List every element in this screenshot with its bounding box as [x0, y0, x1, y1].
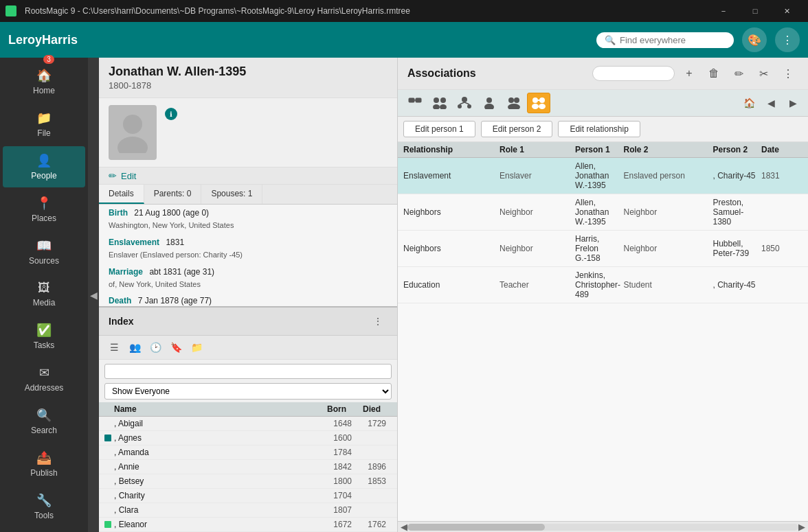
index-bookmark-icon[interactable]: 🔖: [166, 338, 186, 356]
edit-bar: ✏ Edit: [99, 167, 397, 185]
person-header: Jonathan W. Allen-1395 1800-1878: [99, 58, 397, 98]
index-search-input[interactable]: [104, 364, 392, 379]
svg-point-11: [467, 104, 471, 108]
index-row[interactable]: , Betsey 1800 1853: [99, 474, 397, 489]
index-group-icon[interactable]: 👥: [125, 338, 144, 356]
assoc-add-button[interactable]: +: [679, 63, 699, 84]
index-filter: Show Everyone: [104, 383, 392, 400]
assoc-nav: 🏠 ◀ ▶: [739, 93, 803, 113]
svg-point-17: [514, 97, 519, 103]
tab-parents[interactable]: Parents: 0: [144, 185, 202, 204]
theme-button[interactable]: 🎨: [742, 27, 767, 52]
assoc-row[interactable]: Enslavement Enslaver Allen, Jonathan W.-…: [398, 158, 808, 194]
content-area: Jonathan W. Allen-1395 1800-1878: [99, 58, 808, 532]
edit-person2-button[interactable]: Edit person 2: [481, 121, 553, 137]
scroll-right-arrow[interactable]: ▶: [798, 522, 805, 532]
index-row[interactable]: , Annie 1842 1896: [99, 460, 397, 474]
index-history-icon[interactable]: 🕑: [146, 338, 165, 356]
svg-point-18: [508, 104, 520, 109]
nav-home-button[interactable]: 🏠: [739, 93, 759, 113]
assoc-relationship: Enslavement: [403, 171, 500, 181]
person-born-cell: 1672: [323, 520, 357, 529]
assoc-more-button[interactable]: ⋮: [778, 63, 798, 84]
assoc-search-input[interactable]: [592, 66, 675, 81]
sidebar-item-search[interactable]: 🔍 Search: [3, 401, 85, 442]
svg-point-23: [539, 104, 546, 109]
assoc-edit-button[interactable]: ✏: [728, 63, 749, 84]
index-toolbar: ☰ 👥 🕑 🔖 📁: [99, 336, 397, 360]
type-parents-button[interactable]: [453, 93, 476, 113]
sidebar-label-sources: Sources: [29, 256, 59, 266]
assoc-row[interactable]: Education Teacher Jenkins, Christopher-4…: [398, 267, 808, 303]
assoc-tools-button[interactable]: ✂: [753, 63, 774, 84]
tab-spouses[interactable]: Spouses: 1: [201, 185, 262, 204]
svg-point-9: [462, 97, 467, 102]
info-badge[interactable]: ℹ: [165, 108, 177, 120]
type-family-button[interactable]: [428, 93, 451, 113]
index-row[interactable]: , Abigail 1648 1729: [99, 417, 397, 431]
index-list-icon[interactable]: ☰: [104, 338, 124, 356]
person-name-cell: , Amanda: [114, 448, 323, 457]
index-folder-icon[interactable]: 📁: [187, 338, 206, 356]
avatar-icon: [115, 112, 150, 153]
assoc-row[interactable]: Neighbors Neighbor Harris, Frelon G.-158…: [398, 231, 808, 267]
person-name-cell: , Agnes: [114, 433, 323, 443]
person-avatar: [109, 105, 157, 160]
row-indicator: [104, 478, 111, 485]
header: LeroyHarris 🔍 🎨 ⋮: [0, 22, 808, 58]
index-tools: ⋮: [368, 312, 388, 331]
type-couple-button[interactable]: [502, 93, 526, 113]
person-born-cell: 1648: [323, 419, 357, 428]
sidebar-item-addresses[interactable]: ✉ Addresses: [3, 358, 85, 400]
sidebar-item-settings[interactable]: ⚙ Settings: [3, 529, 85, 532]
assoc-bottom-scrollbar[interactable]: ◀ ▶: [398, 521, 808, 532]
edit-person1-button[interactable]: Edit person 1: [403, 121, 475, 137]
sidebar-item-people[interactable]: 👤 People: [3, 146, 85, 187]
maximize-button[interactable]: □: [739, 0, 771, 22]
main-layout: 🏠 Home 3 📁 File 👤 People 📍 Places 📖 Sour…: [0, 58, 808, 532]
sidebar-item-publish[interactable]: 📤 Publish: [3, 443, 85, 485]
person-panel: Jonathan W. Allen-1395 1800-1878: [99, 58, 398, 532]
nav-prev-button[interactable]: ◀: [761, 93, 781, 113]
index-row[interactable]: , Charity 1704: [99, 489, 397, 503]
search-input[interactable]: [620, 35, 723, 45]
minimize-button[interactable]: −: [708, 0, 739, 22]
sidebar-item-tools[interactable]: 🔧 Tools: [3, 486, 85, 527]
assoc-delete-button[interactable]: 🗑: [704, 63, 724, 84]
sidebar-collapse[interactable]: ◀: [88, 58, 99, 532]
sidebar-item-tasks[interactable]: ✅ Tasks: [3, 316, 85, 357]
row-indicator: [104, 521, 111, 528]
index-row[interactable]: , Clara 1807: [99, 503, 397, 518]
close-button[interactable]: ✕: [771, 0, 803, 22]
more-options-button[interactable]: ⋮: [775, 27, 800, 52]
index-more-button[interactable]: ⋮: [368, 312, 388, 331]
scroll-left-arrow[interactable]: ◀: [401, 522, 407, 532]
event-date-enslavement: 1831: [166, 238, 184, 247]
sidebar-item-home[interactable]: 🏠 Home: [29, 61, 59, 102]
person-born-cell: 1704: [323, 491, 357, 500]
index-row[interactable]: , Amanda 1784: [99, 446, 397, 460]
person-tabs: Details Parents: 0 Spouses: 1: [99, 185, 397, 205]
index-filter-select[interactable]: Show Everyone: [104, 383, 392, 400]
sidebar-item-file[interactable]: 📁 File: [3, 104, 85, 145]
search-box[interactable]: 🔍: [596, 32, 734, 48]
type-person-button[interactable]: [478, 93, 501, 113]
assoc-active-icon: [531, 97, 546, 109]
nav-next-button[interactable]: ▶: [783, 93, 803, 113]
type-all-button[interactable]: [403, 93, 427, 113]
h-scroll-thumb[interactable]: [407, 524, 545, 531]
edit-relationship-button[interactable]: Edit relationship: [558, 121, 640, 137]
edit-link[interactable]: Edit: [121, 171, 136, 181]
tab-details[interactable]: Details: [99, 185, 144, 204]
person-name: Jonathan W. Allen-1395: [109, 65, 246, 79]
svg-point-6: [440, 97, 446, 103]
sidebar-item-places[interactable]: 📍 Places: [3, 189, 85, 230]
sidebar-item-media[interactable]: 🖼 Media: [3, 274, 85, 314]
type-assoc-button[interactable]: [527, 93, 550, 113]
places-icon: 📍: [36, 196, 52, 211]
index-row[interactable]: , Eleanor 1672 1762: [99, 518, 397, 532]
assoc-row[interactable]: Neighbors Neighbor Allen, Jonathan W.-13…: [398, 194, 808, 231]
sidebar-item-sources[interactable]: 📖 Sources: [3, 231, 85, 273]
index-row[interactable]: , Agnes 1600: [99, 431, 397, 446]
event-date-death: 7 Jan 1878 (age 77): [138, 296, 212, 305]
